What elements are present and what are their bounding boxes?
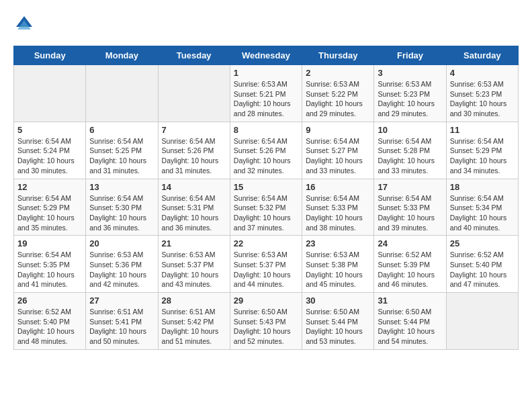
day-number: 13	[89, 182, 154, 192]
day-cell-8: 8Sunrise: 6:54 AM Sunset: 5:26 PM Daylig…	[230, 122, 302, 179]
day-number: 28	[162, 295, 226, 306]
day-number: 27	[89, 295, 154, 306]
day-info: Sunrise: 6:53 AM Sunset: 5:36 PM Dayligh…	[89, 250, 154, 289]
empty-cell	[446, 293, 518, 350]
day-cell-16: 16Sunrise: 6:54 AM Sunset: 5:33 PM Dayli…	[302, 179, 374, 236]
day-info: Sunrise: 6:54 AM Sunset: 5:26 PM Dayligh…	[162, 136, 226, 176]
day-info: Sunrise: 6:50 AM Sunset: 5:43 PM Dayligh…	[234, 307, 298, 347]
day-info: Sunrise: 6:53 AM Sunset: 5:23 PM Dayligh…	[378, 79, 442, 119]
day-cell-27: 27Sunrise: 6:51 AM Sunset: 5:41 PM Dayli…	[86, 293, 158, 350]
day-number: 25	[450, 238, 515, 248]
day-info: Sunrise: 6:54 AM Sunset: 5:29 PM Dayligh…	[450, 136, 515, 176]
day-cell-29: 29Sunrise: 6:50 AM Sunset: 5:43 PM Dayli…	[230, 293, 302, 350]
day-info: Sunrise: 6:50 AM Sunset: 5:44 PM Dayligh…	[378, 307, 442, 347]
day-cell-6: 6Sunrise: 6:54 AM Sunset: 5:25 PM Daylig…	[86, 122, 158, 179]
day-number: 9	[306, 125, 370, 135]
day-info: Sunrise: 6:54 AM Sunset: 5:34 PM Dayligh…	[450, 193, 515, 233]
weekday-header-saturday: Saturday	[446, 46, 518, 65]
day-cell-30: 30Sunrise: 6:50 AM Sunset: 5:44 PM Dayli…	[302, 293, 374, 350]
day-info: Sunrise: 6:53 AM Sunset: 5:23 PM Dayligh…	[450, 79, 515, 119]
day-info: Sunrise: 6:52 AM Sunset: 5:40 PM Dayligh…	[17, 307, 82, 347]
day-cell-10: 10Sunrise: 6:54 AM Sunset: 5:28 PM Dayli…	[374, 122, 446, 179]
day-number: 12	[17, 182, 82, 192]
day-cell-5: 5Sunrise: 6:54 AM Sunset: 5:24 PM Daylig…	[14, 122, 86, 179]
day-info: Sunrise: 6:54 AM Sunset: 5:32 PM Dayligh…	[234, 193, 298, 233]
week-row-3: 12Sunrise: 6:54 AM Sunset: 5:29 PM Dayli…	[14, 179, 519, 236]
day-number: 3	[378, 68, 442, 78]
week-row-2: 5Sunrise: 6:54 AM Sunset: 5:24 PM Daylig…	[14, 122, 519, 179]
day-cell-31: 31Sunrise: 6:50 AM Sunset: 5:44 PM Dayli…	[374, 293, 446, 350]
day-number: 6	[89, 125, 154, 135]
week-row-1: 1Sunrise: 6:53 AM Sunset: 5:21 PM Daylig…	[14, 65, 519, 122]
day-cell-7: 7Sunrise: 6:54 AM Sunset: 5:26 PM Daylig…	[158, 122, 230, 179]
day-info: Sunrise: 6:54 AM Sunset: 5:29 PM Dayligh…	[17, 193, 82, 233]
day-number: 29	[234, 295, 298, 306]
day-cell-13: 13Sunrise: 6:54 AM Sunset: 5:30 PM Dayli…	[86, 179, 158, 236]
day-cell-26: 26Sunrise: 6:52 AM Sunset: 5:40 PM Dayli…	[14, 293, 86, 350]
day-info: Sunrise: 6:50 AM Sunset: 5:44 PM Dayligh…	[306, 307, 370, 347]
day-cell-23: 23Sunrise: 6:53 AM Sunset: 5:38 PM Dayli…	[302, 236, 374, 293]
day-number: 16	[306, 182, 370, 192]
week-row-4: 19Sunrise: 6:54 AM Sunset: 5:35 PM Dayli…	[14, 236, 519, 293]
day-number: 17	[378, 182, 442, 192]
day-cell-17: 17Sunrise: 6:54 AM Sunset: 5:33 PM Dayli…	[374, 179, 446, 236]
day-cell-11: 11Sunrise: 6:54 AM Sunset: 5:29 PM Dayli…	[446, 122, 518, 179]
day-info: Sunrise: 6:51 AM Sunset: 5:42 PM Dayligh…	[162, 307, 226, 347]
day-info: Sunrise: 6:53 AM Sunset: 5:37 PM Dayligh…	[162, 250, 226, 289]
weekday-header-thursday: Thursday	[302, 46, 374, 65]
day-number: 18	[450, 182, 515, 192]
calendar-table: SundayMondayTuesdayWednesdayThursdayFrid…	[13, 46, 519, 350]
day-cell-22: 22Sunrise: 6:53 AM Sunset: 5:37 PM Dayli…	[230, 236, 302, 293]
day-info: Sunrise: 6:51 AM Sunset: 5:41 PM Dayligh…	[89, 307, 154, 347]
day-info: Sunrise: 6:53 AM Sunset: 5:22 PM Dayligh…	[306, 79, 370, 119]
day-cell-12: 12Sunrise: 6:54 AM Sunset: 5:29 PM Dayli…	[14, 179, 86, 236]
logo	[13, 13, 38, 35]
logo-icon	[13, 13, 35, 35]
day-number: 21	[162, 238, 226, 248]
day-cell-14: 14Sunrise: 6:54 AM Sunset: 5:31 PM Dayli…	[158, 179, 230, 236]
day-cell-28: 28Sunrise: 6:51 AM Sunset: 5:42 PM Dayli…	[158, 293, 230, 350]
weekday-header-tuesday: Tuesday	[158, 46, 230, 65]
day-info: Sunrise: 6:54 AM Sunset: 5:30 PM Dayligh…	[89, 193, 154, 233]
day-cell-3: 3Sunrise: 6:53 AM Sunset: 5:23 PM Daylig…	[374, 65, 446, 122]
day-number: 22	[234, 238, 298, 248]
day-cell-20: 20Sunrise: 6:53 AM Sunset: 5:36 PM Dayli…	[86, 236, 158, 293]
day-info: Sunrise: 6:54 AM Sunset: 5:28 PM Dayligh…	[378, 136, 442, 176]
day-number: 5	[17, 125, 82, 135]
day-info: Sunrise: 6:52 AM Sunset: 5:39 PM Dayligh…	[378, 250, 442, 289]
day-cell-15: 15Sunrise: 6:54 AM Sunset: 5:32 PM Dayli…	[230, 179, 302, 236]
day-number: 2	[306, 68, 370, 78]
day-cell-2: 2Sunrise: 6:53 AM Sunset: 5:22 PM Daylig…	[302, 65, 374, 122]
weekday-header-row: SundayMondayTuesdayWednesdayThursdayFrid…	[14, 46, 519, 65]
day-info: Sunrise: 6:53 AM Sunset: 5:21 PM Dayligh…	[234, 79, 298, 119]
day-info: Sunrise: 6:52 AM Sunset: 5:40 PM Dayligh…	[450, 250, 515, 289]
day-info: Sunrise: 6:54 AM Sunset: 5:33 PM Dayligh…	[378, 193, 442, 233]
day-cell-21: 21Sunrise: 6:53 AM Sunset: 5:37 PM Dayli…	[158, 236, 230, 293]
day-number: 14	[162, 182, 226, 192]
day-cell-1: 1Sunrise: 6:53 AM Sunset: 5:21 PM Daylig…	[230, 65, 302, 122]
page-header	[13, 13, 519, 35]
day-info: Sunrise: 6:54 AM Sunset: 5:26 PM Dayligh…	[234, 136, 298, 176]
day-info: Sunrise: 6:53 AM Sunset: 5:37 PM Dayligh…	[234, 250, 298, 289]
day-number: 20	[89, 238, 154, 248]
day-number: 4	[450, 68, 515, 78]
weekday-header-friday: Friday	[374, 46, 446, 65]
day-cell-24: 24Sunrise: 6:52 AM Sunset: 5:39 PM Dayli…	[374, 236, 446, 293]
empty-cell	[86, 65, 158, 122]
day-number: 19	[17, 238, 82, 248]
day-cell-18: 18Sunrise: 6:54 AM Sunset: 5:34 PM Dayli…	[446, 179, 518, 236]
empty-cell	[158, 65, 230, 122]
weekday-header-wednesday: Wednesday	[230, 46, 302, 65]
day-info: Sunrise: 6:54 AM Sunset: 5:35 PM Dayligh…	[17, 250, 82, 289]
day-info: Sunrise: 6:53 AM Sunset: 5:38 PM Dayligh…	[306, 250, 370, 289]
day-info: Sunrise: 6:54 AM Sunset: 5:25 PM Dayligh…	[89, 136, 154, 176]
day-number: 24	[378, 238, 442, 248]
day-cell-9: 9Sunrise: 6:54 AM Sunset: 5:27 PM Daylig…	[302, 122, 374, 179]
day-number: 8	[234, 125, 298, 135]
day-cell-25: 25Sunrise: 6:52 AM Sunset: 5:40 PM Dayli…	[446, 236, 518, 293]
day-number: 15	[234, 182, 298, 192]
day-info: Sunrise: 6:54 AM Sunset: 5:33 PM Dayligh…	[306, 193, 370, 233]
day-number: 1	[234, 68, 298, 78]
day-cell-4: 4Sunrise: 6:53 AM Sunset: 5:23 PM Daylig…	[446, 65, 518, 122]
day-number: 11	[450, 125, 515, 135]
